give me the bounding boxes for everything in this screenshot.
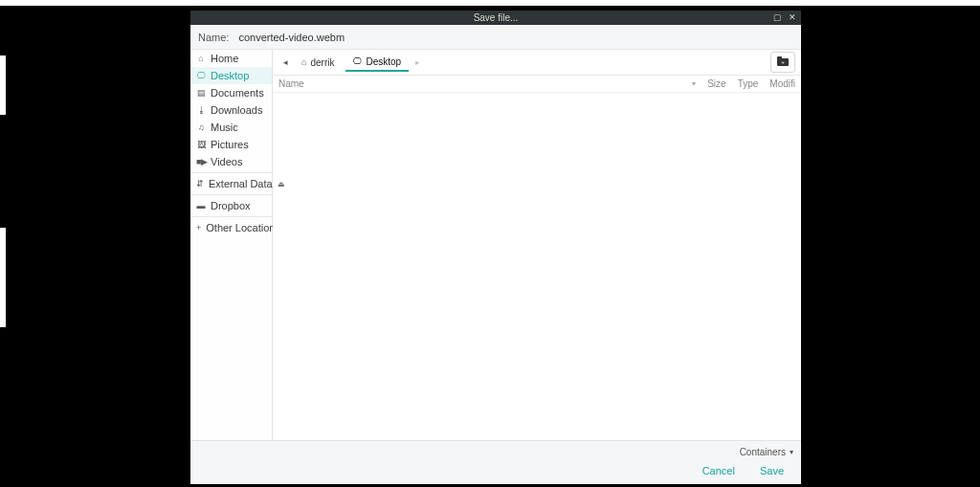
desktop-icon: 🖵 [196, 71, 206, 80]
file-browser: ◂ ⌂derrik🖵Desktop ▸ + Name ▾ Size Type M… [273, 50, 801, 440]
filename-label: Name: [198, 32, 229, 43]
plus-icon: + [196, 223, 201, 232]
new-folder-icon: + [777, 56, 789, 68]
column-size[interactable]: Size [702, 78, 731, 89]
new-folder-button[interactable]: + [770, 52, 795, 73]
breadcrumb-desktop[interactable]: 🖵Desktop [345, 53, 409, 72]
sidebar-item-label: Other Locations [206, 222, 280, 233]
window-title: Save file... [190, 12, 801, 23]
bg-sliver [0, 228, 6, 327]
column-modified[interactable]: Modifi [764, 78, 801, 89]
sidebar-item-label: Videos [211, 156, 242, 167]
downloads-icon: ⭳ [196, 105, 206, 115]
dialog-body: ⌂Home🖵Desktop▤Documents⭳Downloads♫Music🖼… [190, 50, 801, 440]
sidebar-item-label: Dropbox [211, 200, 251, 211]
sidebar-separator [190, 216, 272, 217]
sidebar-item-videos[interactable]: ■▶Videos [190, 153, 272, 170]
sidebar-item-label: Desktop [211, 70, 249, 81]
bg-sliver [0, 55, 6, 115]
path-back-button[interactable]: ◂ [278, 54, 292, 71]
cancel-button[interactable]: Cancel [702, 465, 735, 476]
folder-icon: ▬ [196, 201, 206, 210]
maximize-icon[interactable]: ▢ [772, 13, 782, 23]
save-button[interactable]: Save [760, 465, 784, 476]
column-headers: Name ▾ Size Type Modifi [273, 76, 801, 93]
sidebar-item-external-data[interactable]: ⇵External Data⏏ [190, 175, 272, 192]
window-controls: ▢ ✕ [772, 13, 797, 23]
sidebar-item-downloads[interactable]: ⭳Downloads [190, 101, 272, 119]
sidebar-item-label: Home [211, 53, 238, 64]
sidebar-separator [190, 194, 272, 195]
breadcrumb-label: derrik [310, 57, 334, 68]
sidebar-item-documents[interactable]: ▤Documents [190, 84, 272, 101]
eject-icon[interactable]: ⏏ [278, 180, 285, 188]
close-icon[interactable]: ✕ [788, 13, 797, 23]
filename-input[interactable] [238, 32, 793, 43]
breadcrumb-label: Desktop [366, 56, 401, 67]
sidebar-item-label: Downloads [211, 104, 262, 116]
dialog-footer: Containers ▾ Cancel Save [190, 440, 801, 484]
path-bar: ◂ ⌂derrik🖵Desktop ▸ + [273, 50, 801, 76]
file-type-filter[interactable]: Containers ▾ [198, 447, 793, 457]
breadcrumb-derrik[interactable]: ⌂derrik [294, 53, 342, 72]
titlebar[interactable]: Save file... ▢ ✕ [190, 11, 801, 25]
file-list-area[interactable] [273, 93, 801, 440]
sidebar-item-other-locations[interactable]: +Other Locations [190, 219, 272, 236]
filter-label: Containers [740, 447, 786, 457]
videos-icon: ■▶ [196, 157, 206, 166]
desktop-icon: 🖵 [353, 56, 362, 66]
pictures-icon: 🖼 [196, 140, 206, 149]
column-type[interactable]: Type [732, 78, 765, 89]
action-buttons: Cancel Save [198, 465, 793, 478]
drive-icon: ⇵ [196, 179, 204, 188]
places-sidebar: ⌂Home🖵Desktop▤Documents⭳Downloads♫Music🖼… [190, 50, 273, 440]
sort-indicator-icon[interactable]: ▾ [692, 79, 696, 88]
sidebar-item-dropbox[interactable]: ▬Dropbox [190, 197, 272, 214]
home-icon: ⌂ [196, 54, 206, 63]
sidebar-separator [190, 172, 272, 173]
sidebar-item-label: External Data [209, 178, 273, 189]
sidebar-item-label: Music [211, 122, 238, 133]
sidebar-item-desktop[interactable]: 🖵Desktop [190, 67, 272, 84]
music-icon: ♫ [196, 122, 206, 132]
save-file-dialog: Save file... ▢ ✕ Name: ⌂Home🖵Desktop▤Doc… [190, 11, 801, 484]
filename-row: Name: [190, 25, 801, 50]
sidebar-item-home[interactable]: ⌂Home [190, 50, 272, 67]
documents-icon: ▤ [196, 88, 206, 98]
desktop-top-bar [0, 0, 980, 6]
sidebar-item-music[interactable]: ♫Music [190, 119, 272, 136]
path-forward-button: ▸ [411, 54, 424, 71]
home-icon: ⌂ [301, 57, 306, 67]
sidebar-item-pictures[interactable]: 🖼Pictures [190, 136, 272, 153]
sidebar-item-label: Pictures [211, 139, 249, 150]
chevron-down-icon: ▾ [790, 448, 793, 456]
sidebar-item-label: Documents [211, 87, 264, 99]
column-name[interactable]: Name [278, 78, 304, 89]
svg-text:+: + [781, 59, 785, 65]
